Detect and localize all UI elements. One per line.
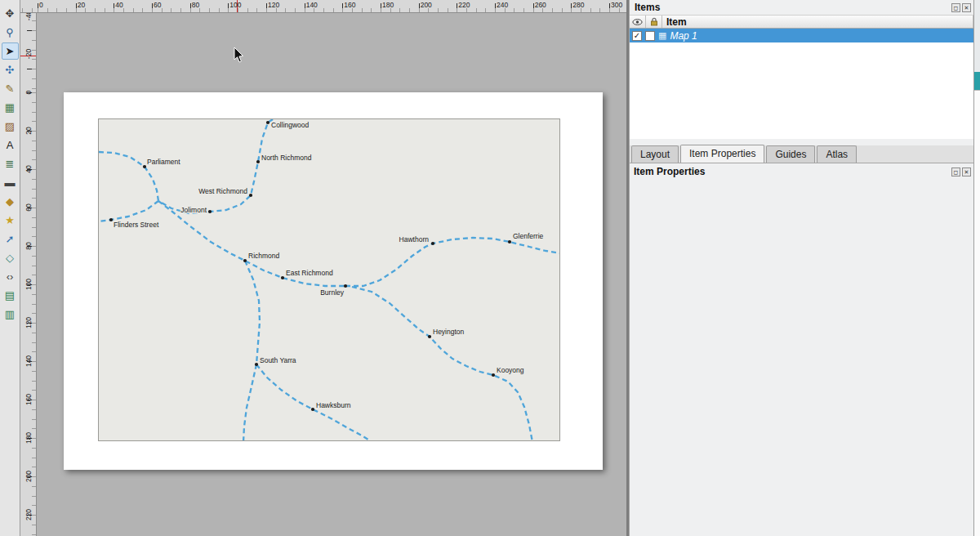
add-map-tool[interactable]: ▦ (2, 99, 19, 116)
select-move-item-tool[interactable]: ➤ (2, 42, 19, 60)
items-panel-window-buttons: ◻ ✕ (951, 3, 971, 12)
tab-guides[interactable]: Guides (766, 145, 815, 163)
add-attribute-table-tool[interactable]: ▤ (2, 287, 19, 304)
item-row-map-1[interactable]: ✓ ▦ Map 1 (630, 29, 973, 42)
ruler-label: 80 (192, 1, 199, 9)
add-html-tool[interactable]: ‹› (2, 268, 19, 285)
add-shape-tool[interactable]: ◆ (2, 193, 19, 210)
ruler-label: 180 (382, 1, 394, 9)
mouse-cursor-icon (234, 47, 245, 64)
station-south-yarra (255, 363, 258, 366)
layout-canvas[interactable]: CollingwoodParliamentNorth RichmondWest … (37, 13, 626, 536)
rail-line-8 (256, 364, 368, 440)
item-properties-window-buttons: ◻ ✕ (951, 168, 971, 176)
station-label-south-yarra: South Yarra (260, 356, 296, 364)
tab-item-properties[interactable]: Item Properties (680, 145, 764, 163)
items-panel-header: Items ◻ ✕ (630, 0, 973, 15)
ruler-label: 140 (306, 1, 318, 9)
right-dock: Items ◻ ✕ (629, 0, 973, 536)
station-label-heyington: Heyington (433, 328, 465, 336)
visibility-column-header[interactable] (630, 16, 646, 28)
lock-checkbox[interactable] (645, 31, 655, 41)
ruler-label: 0 (24, 86, 33, 99)
ruler-label: 100 (229, 1, 241, 9)
ruler-label: -40 (24, 13, 33, 22)
strip-accent (974, 72, 980, 90)
horizontal-ruler[interactable]: 0204060801001201401601802002202402602803… (20, 0, 626, 13)
station-label-east-richmond: East Richmond (286, 269, 333, 277)
properties-close-icon[interactable]: ✕ (962, 168, 971, 176)
edit-nodes-item-tool[interactable]: ✎ (2, 80, 19, 97)
station-north-richmond (256, 160, 260, 163)
station-glenferrie (508, 240, 511, 243)
ruler-label: 80 (24, 239, 33, 252)
ruler-label: 120 (24, 316, 33, 329)
add-picture-tool[interactable]: ▨ (2, 118, 19, 135)
add-node-shape-tool[interactable]: ◇ (2, 249, 19, 266)
station-label-glenferrie: Glenferrie (513, 232, 544, 240)
ruler-label: 40 (115, 1, 122, 9)
vertical-ruler[interactable]: -40-20020406080100120140160180200220240 (20, 13, 37, 536)
station-richmond (243, 259, 247, 262)
rail-line-6 (352, 287, 532, 441)
ruler-label: -20 (24, 47, 33, 60)
move-item-content-tool[interactable]: ✣ (2, 61, 19, 78)
station-hawksburn (311, 408, 314, 411)
ruler-label: 0 (39, 1, 43, 9)
tab-layout[interactable]: Layout (631, 145, 679, 163)
zoom-tool[interactable]: ⚲ (2, 24, 19, 41)
add-scalebar-tool[interactable]: ▬ (2, 174, 19, 191)
station-label-parliament: Parliament (147, 158, 180, 166)
strip-scrollbar[interactable] (974, 90, 980, 536)
station-west-richmond (249, 194, 252, 197)
add-fixed-table-tool[interactable]: ▥ (2, 306, 19, 323)
ruler-label: 120 (268, 1, 279, 9)
station-parliament (143, 165, 146, 168)
eye-icon (632, 18, 643, 26)
items-table-header: Item (630, 15, 973, 29)
map-item-icon: ▦ (658, 30, 666, 41)
station-label-hawksburn: Hawksburn (316, 401, 351, 409)
add-marker-tool[interactable]: ★ (2, 212, 19, 229)
ruler-label: 200 (421, 1, 432, 9)
ruler-label: 280 (572, 1, 584, 9)
station-east-richmond (281, 276, 284, 279)
properties-float-icon[interactable]: ◻ (951, 168, 960, 176)
map-item[interactable]: CollingwoodParliamentNorth RichmondWest … (98, 118, 560, 441)
panel-tabbar: Layout Item Properties Guides Atlas (630, 145, 973, 163)
station-label-jolimont: Jolimont (180, 206, 207, 214)
rail-line-7 (243, 261, 260, 441)
map-svg: CollingwoodParliamentNorth RichmondWest … (99, 119, 560, 441)
ruler-label: 20 (78, 1, 85, 9)
ruler-label: 20 (24, 124, 33, 137)
items-close-icon[interactable]: ✕ (962, 3, 971, 12)
pan-tool[interactable]: ✥ (2, 5, 19, 22)
ruler-label: 200 (24, 470, 33, 483)
add-arrow-tool[interactable]: ➚ (2, 230, 19, 248)
station-label-north-richmond: North Richmond (261, 154, 312, 162)
station-burnley (344, 284, 347, 288)
station-heyington (428, 335, 431, 338)
items-float-icon[interactable]: ◻ (951, 3, 960, 12)
station-label-burnley: Burnley (320, 288, 345, 297)
station-label-flinders-street: Flinders Street (114, 221, 159, 229)
station-label-west-richmond: West Richmond (198, 187, 247, 195)
station-label-collingwood: Collingwood (271, 121, 310, 129)
add-legend-tool[interactable]: ≣ (2, 155, 19, 172)
tab-atlas[interactable]: Atlas (817, 145, 857, 163)
station-jolimont (208, 210, 212, 213)
lock-column-header[interactable] (646, 16, 662, 28)
item-properties-title: Item Properties (634, 166, 705, 177)
items-panel-title: Items (635, 2, 660, 13)
ruler-label: 40 (24, 163, 33, 176)
items-list[interactable]: ✓ ▦ Map 1 (630, 29, 973, 139)
item-column-header[interactable]: Item (662, 16, 973, 28)
ruler-label: 300 (611, 1, 622, 9)
ruler-label: 180 (24, 431, 33, 444)
ruler-label: 60 (24, 201, 33, 214)
add-label-tool[interactable]: A (2, 136, 19, 154)
visibility-checkbox[interactable]: ✓ (632, 31, 642, 41)
panel-splitter[interactable] (626, 0, 629, 536)
layout-page[interactable]: CollingwoodParliamentNorth RichmondWest … (64, 92, 603, 470)
station-collingwood (266, 121, 270, 124)
